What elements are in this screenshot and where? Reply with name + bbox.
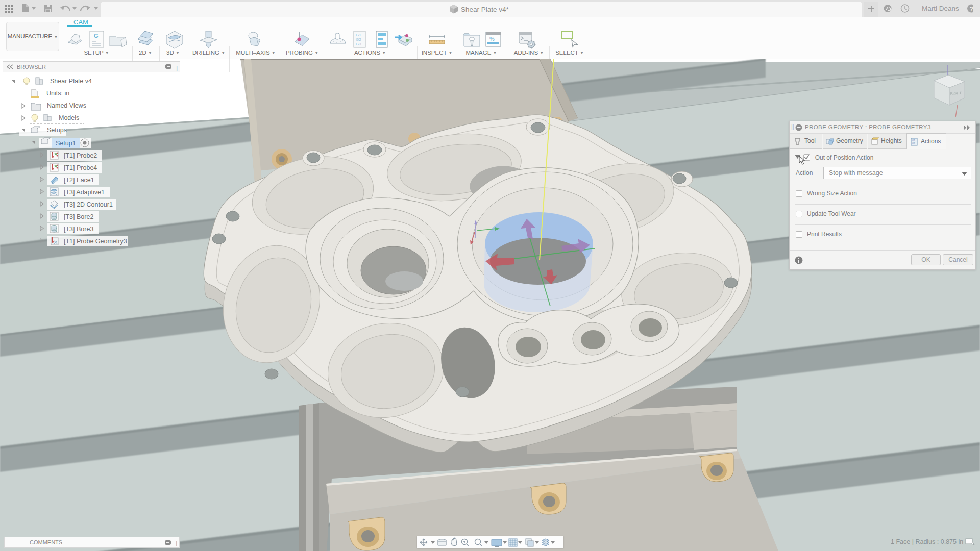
svg-text:Models: Models <box>59 114 79 121</box>
svg-text:?: ? <box>970 6 973 13</box>
svg-text:Shear Plate v4: Shear Plate v4 <box>50 78 92 85</box>
svg-text:Shear Plate v4*: Shear Plate v4* <box>461 6 509 13</box>
svg-text:02: 02 <box>912 142 915 145</box>
svg-text:Units: in: Units: in <box>46 90 69 97</box>
svg-text:Named Views: Named Views <box>47 102 86 109</box>
svg-text:G2: G2 <box>356 37 361 42</box>
svg-text:%: % <box>489 36 495 42</box>
svg-text:[T1] Probe2: [T1] Probe2 <box>64 152 97 159</box>
svg-text:[T1] Probe Geometry3: [T1] Probe Geometry3 <box>64 238 127 245</box>
svg-text:[T2] Face1: [T2] Face1 <box>64 177 94 184</box>
svg-text:[T3] Bore3: [T3] Bore3 <box>64 226 93 233</box>
svg-text:Marti Deans: Marti Deans <box>922 5 959 12</box>
svg-text:[T1] Probe4: [T1] Probe4 <box>64 164 97 171</box>
svg-text:Setup1: Setup1 <box>56 140 76 147</box>
svg-text:Setups: Setups <box>47 127 67 134</box>
svg-text:G: G <box>94 33 99 39</box>
svg-text:[T3] Adaptive1: [T3] Adaptive1 <box>64 189 105 196</box>
svg-text:G3: G3 <box>356 42 361 46</box>
svg-text:G1: G1 <box>356 33 361 37</box>
svg-text:[T3] Bore2: [T3] Bore2 <box>64 213 93 220</box>
svg-text:[T3] 2D Contour1: [T3] 2D Contour1 <box>64 201 113 208</box>
